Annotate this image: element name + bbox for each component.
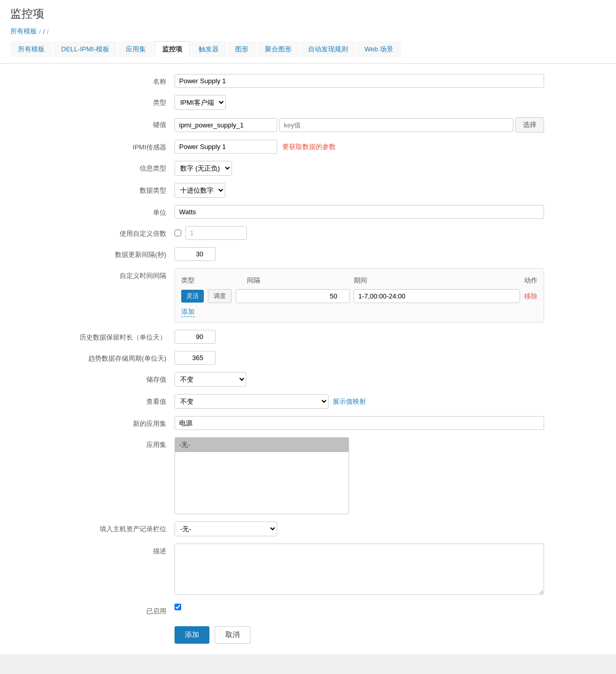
- key-placeholder-input[interactable]: [279, 118, 513, 132]
- schedule-interval-col: 间隔: [247, 276, 350, 285]
- view-field: 不变 展示值映射: [175, 394, 544, 409]
- data-type-select[interactable]: 十进位数字: [175, 183, 225, 198]
- view-mapping-link[interactable]: 展示值映射: [333, 397, 366, 406]
- info-type-row: 信息类型 数字 (无正负): [72, 161, 544, 176]
- info-type-label: 信息类型: [72, 161, 175, 173]
- ipmi-row-inner: 要获取数据的参数: [175, 140, 544, 154]
- tab-graph[interactable]: 图形: [227, 41, 256, 57]
- interval-row: 数据更新间隔(秒): [72, 247, 544, 261]
- appset-listbox[interactable]: -无-: [175, 437, 349, 514]
- multiplier-input[interactable]: [185, 226, 247, 240]
- appset-option-none[interactable]: -无-: [175, 438, 349, 452]
- type-label: 类型: [72, 95, 175, 107]
- history-label: 历史数据保留时长（单位天）: [72, 330, 175, 342]
- add-button[interactable]: 添加: [175, 626, 209, 644]
- tab-all-templates[interactable]: 所有模板: [10, 41, 52, 57]
- trend-field: [175, 351, 544, 365]
- schedule-remove-link[interactable]: 移除: [524, 292, 537, 301]
- store-label: 储存值: [72, 372, 175, 384]
- type-select[interactable]: IPMI客户端: [175, 95, 226, 110]
- breadcrumb-dell-ipmi[interactable]: /: [43, 28, 45, 35]
- tab-monitor[interactable]: 监控项: [155, 41, 190, 57]
- trend-row: 趋势数据存储周期(单位天): [72, 351, 544, 365]
- trend-label: 趋势数据存储周期(单位天): [72, 351, 175, 363]
- form-container: 名称 类型 IPMI客户端 键值 选择: [62, 74, 554, 644]
- desc-textarea[interactable]: [175, 544, 544, 595]
- interval-field: [175, 247, 544, 261]
- tab-dell-ipmi[interactable]: DELL-IPMI-模板: [53, 41, 117, 57]
- ipmi-field: 要获取数据的参数: [175, 140, 544, 154]
- enabled-label: 已启用: [72, 604, 175, 616]
- schedule-interval-input[interactable]: [236, 289, 350, 303]
- key-input[interactable]: [175, 118, 277, 132]
- info-type-select[interactable]: 数字 (无正负): [175, 161, 232, 176]
- appset-label: 应用集: [72, 437, 175, 450]
- asset-row: 填入主机资产记录栏位 -无-: [72, 521, 544, 536]
- name-field: [175, 74, 544, 88]
- new-appset-input[interactable]: [175, 416, 544, 430]
- breadcrumb-sep-2: /: [47, 28, 49, 35]
- asset-field: -无-: [175, 521, 544, 536]
- asset-select[interactable]: -无-: [175, 521, 277, 536]
- store-field: 不变: [175, 372, 544, 387]
- ipmi-input[interactable]: [175, 140, 277, 154]
- page-header: 监控项 所有模板 / / / 所有模板 DELL-IPMI-模板 应用集 监控项…: [0, 0, 616, 64]
- tab-trigger[interactable]: 触发器: [191, 41, 226, 57]
- type-field: IPMI客户端: [175, 95, 544, 110]
- data-type-field: 十进位数字: [175, 183, 544, 198]
- key-select-button[interactable]: 选择: [515, 117, 544, 133]
- schedule-add-link[interactable]: 添加: [181, 307, 195, 317]
- name-label: 名称: [72, 74, 175, 86]
- form-actions: 添加 取消: [72, 626, 544, 644]
- schedule-period-input[interactable]: [354, 289, 520, 303]
- key-row-inner: 选择: [175, 117, 544, 133]
- unit-input[interactable]: [175, 205, 544, 219]
- enabled-checkbox[interactable]: [175, 604, 181, 610]
- appset-row: 应用集 -无-: [72, 437, 544, 514]
- asset-label: 填入主机资产记录栏位: [72, 521, 175, 534]
- tab-aggregate[interactable]: 聚合图形: [257, 41, 299, 57]
- view-value-row: 不变 展示值映射: [175, 394, 544, 409]
- schedule-box: 类型 间隔 期间 动作 灵活 调度 移除 添加: [175, 268, 544, 323]
- schedule-flexible-btn[interactable]: 灵活: [181, 290, 204, 303]
- main-content: 名称 类型 IPMI客户端 键值 选择: [0, 64, 616, 654]
- key-row: 键值 选择: [72, 117, 544, 133]
- breadcrumb-sep-1: /: [39, 28, 41, 35]
- store-row: 储存值 不变: [72, 372, 544, 387]
- store-select[interactable]: 不变: [175, 372, 246, 387]
- multiplier-checkbox[interactable]: [175, 230, 181, 236]
- data-type-label: 数据类型: [72, 183, 175, 195]
- tab-appset[interactable]: 应用集: [118, 41, 153, 57]
- schedule-schedule-btn[interactable]: 调度: [208, 289, 232, 303]
- history-input[interactable]: [175, 330, 216, 344]
- history-row: 历史数据保留时长（单位天）: [72, 330, 544, 344]
- type-row: 类型 IPMI客户端: [72, 95, 544, 110]
- trend-input[interactable]: [175, 351, 216, 365]
- new-appset-field: [175, 416, 544, 430]
- enabled-field: [175, 604, 544, 610]
- breadcrumb: 所有模板 / / /: [10, 27, 606, 36]
- nav-tabs: 所有模板 DELL-IPMI-模板 应用集 监控项 触发器 图形 聚合图形 自动…: [10, 41, 606, 57]
- schedule-data-row: 灵活 调度 移除: [181, 289, 537, 303]
- tab-web[interactable]: Web 场景: [357, 41, 401, 57]
- page-title: 监控项: [10, 6, 606, 22]
- enabled-row: 已启用: [72, 604, 544, 616]
- custom-time-row: 自定义时间间隔 类型 间隔 期间 动作 灵活 调度 移除: [72, 268, 544, 323]
- multiplier-field: [175, 226, 544, 240]
- interval-input[interactable]: [175, 247, 216, 261]
- schedule-type-col: 类型: [181, 276, 243, 285]
- appset-field: -无-: [175, 437, 544, 514]
- multiplier-label: 使用自定义倍数: [72, 226, 175, 238]
- unit-row: 单位: [72, 205, 544, 219]
- unit-label: 单位: [72, 205, 175, 217]
- history-field: [175, 330, 544, 344]
- tab-discovery[interactable]: 自动发现规则: [300, 41, 356, 57]
- breadcrumb-all-templates[interactable]: 所有模板: [10, 27, 37, 36]
- name-input[interactable]: [175, 74, 544, 88]
- cancel-button[interactable]: 取消: [215, 626, 251, 644]
- data-type-row: 数据类型 十进位数字: [72, 183, 544, 198]
- enabled-row-inner: [175, 604, 544, 610]
- schedule-action-col: 动作: [512, 276, 537, 285]
- view-select[interactable]: 不变: [175, 394, 329, 409]
- new-appset-row: 新的应用集: [72, 416, 544, 430]
